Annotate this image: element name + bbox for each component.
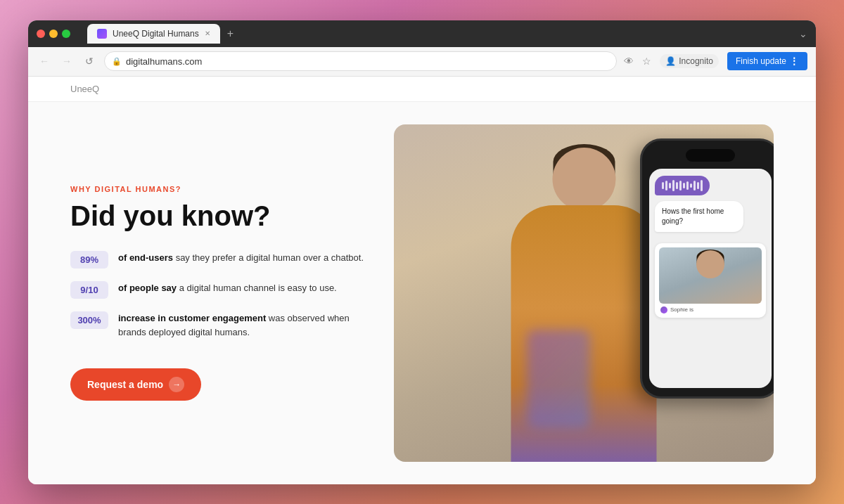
page-content: WHY DIGITAL HUMANS? Did you know? 89% of…: [28, 102, 816, 484]
minimize-button[interactable]: [49, 30, 58, 38]
tab-close-icon[interactable]: ✕: [205, 30, 210, 37]
stat-badge-2: 9/10: [70, 281, 108, 299]
avatar-status: Sophie is: [659, 306, 762, 314]
hero-image: Hows the first home going? Sophie is: [394, 124, 774, 462]
stat-text-3: increase in customer engagement was obse…: [118, 311, 366, 339]
bookmark-icon[interactable]: ☆: [642, 56, 651, 67]
avatar-response: Sophie is: [655, 243, 766, 318]
url-bar[interactable]: 🔒 digitalhumans.com: [104, 51, 617, 71]
voice-bar-3: [669, 183, 671, 188]
eye-off-icon[interactable]: 👁: [624, 56, 634, 67]
why-label: WHY DIGITAL HUMANS?: [70, 185, 366, 193]
stat-rest-1: say they prefer a digital human over a c…: [173, 252, 364, 263]
tab-favicon: [97, 29, 107, 39]
stat-badge-1: 89%: [70, 251, 108, 269]
avatar-status-text: Sophie is: [670, 306, 693, 313]
avatar-image: [659, 247, 762, 304]
stat-item-3: 300% increase in customer engagement was…: [70, 311, 366, 339]
phone-glow-effect: [527, 330, 590, 428]
forward-button[interactable]: →: [59, 56, 75, 67]
avatar-indicator: [660, 306, 667, 314]
address-bar: ← → ↺ 🔒 digitalhumans.com 👁 ☆ 👤 Incognit…: [28, 47, 816, 77]
right-section: Hows the first home going? Sophie is: [394, 124, 774, 462]
sub-nav: UneeQ: [28, 77, 816, 102]
window-collapse-icon[interactable]: ⌄: [799, 28, 807, 39]
chat-text-bubble: Hows the first home going?: [655, 201, 743, 232]
stat-item-2: 9/10 of people say a digital human chann…: [70, 281, 366, 299]
person-head: [552, 148, 615, 211]
url-text: digitalhumans.com: [126, 56, 202, 67]
tab-bar: UneeQ Digital Humans ✕ +: [87, 24, 793, 44]
stat-bold-3: increase in customer engagement: [118, 313, 266, 323]
reload-button[interactable]: ↺: [82, 56, 97, 67]
avatar-face: [696, 250, 724, 278]
new-tab-button[interactable]: +: [223, 27, 238, 40]
lock-icon: 🔒: [112, 57, 122, 66]
maximize-button[interactable]: [62, 30, 70, 38]
voice-bar-10: [693, 181, 696, 190]
voice-bar-9: [690, 183, 692, 188]
chat-area: Hows the first home going? Sophie is: [655, 176, 766, 381]
close-button[interactable]: [37, 30, 45, 38]
voice-bubble: [655, 176, 710, 195]
stat-rest-2: a digital human channel is easy to use.: [177, 283, 337, 293]
arrow-icon: →: [169, 377, 184, 392]
voice-bar-2: [665, 181, 667, 190]
site-logo: UneeQ: [70, 84, 99, 94]
traffic-lights: [37, 30, 70, 38]
finish-update-button[interactable]: Finish update ⋮: [727, 52, 807, 70]
active-tab[interactable]: UneeQ Digital Humans ✕: [87, 24, 220, 44]
incognito-label: Incognito: [679, 56, 713, 66]
stat-text-1: of end-users say they prefer a digital h…: [118, 251, 364, 265]
stat-bold-2: of people say: [118, 283, 177, 293]
title-bar: UneeQ Digital Humans ✕ + ⌄: [28, 20, 816, 47]
voice-bar-4: [672, 180, 674, 191]
stat-bold-1: of end-users: [118, 252, 173, 263]
headline: Did you know?: [70, 200, 366, 231]
finish-update-label: Finish update: [736, 56, 786, 66]
demo-btn-label: Request a demo: [87, 379, 163, 390]
phone-notch: [686, 149, 735, 162]
tab-title: UneeQ Digital Humans: [113, 29, 199, 39]
back-button[interactable]: ←: [37, 56, 52, 67]
voice-bar-7: [683, 183, 685, 188]
address-bar-actions: 👁 ☆ 👤 Incognito Finish update ⋮: [624, 52, 807, 70]
phone-screen: Hows the first home going? Sophie is: [649, 169, 772, 388]
voice-bar-6: [679, 181, 682, 190]
phone-mockup: Hows the first home going? Sophie is: [640, 138, 774, 399]
left-section: WHY DIGITAL HUMANS? Did you know? 89% of…: [70, 185, 366, 401]
voice-bar-1: [662, 182, 664, 189]
stat-badge-3: 300%: [70, 311, 108, 329]
incognito-badge: 👤 Incognito: [660, 54, 719, 68]
menu-dots-icon: ⋮: [789, 56, 799, 67]
voice-bar-12: [701, 180, 703, 191]
stat-text-2: of people say a digital human channel is…: [118, 281, 337, 295]
request-demo-button[interactable]: Request a demo →: [70, 368, 201, 401]
voice-bar-8: [686, 181, 689, 190]
stat-item-1: 89% of end-users say they prefer a digit…: [70, 251, 366, 269]
voice-bar-11: [697, 182, 699, 189]
incognito-icon: 👤: [665, 56, 676, 66]
browser-window: UneeQ Digital Humans ✕ + ⌄ ← → ↺ 🔒 digit…: [28, 20, 816, 484]
voice-bar-5: [676, 182, 678, 189]
